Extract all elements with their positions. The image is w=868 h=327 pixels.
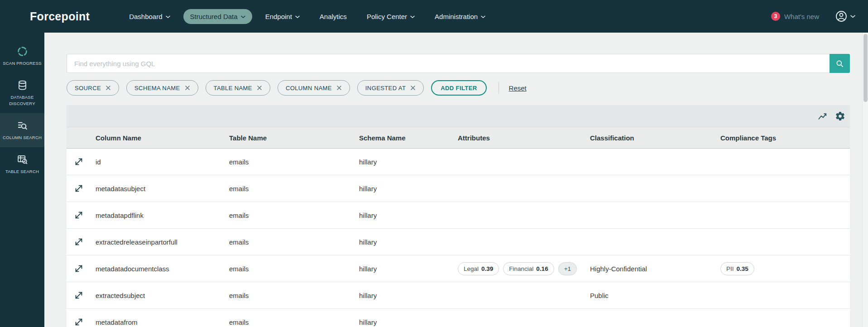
- compliance-tag-chip: PII0.35: [720, 262, 754, 275]
- expand-row-button[interactable]: [74, 210, 84, 220]
- filter-divider: [499, 82, 499, 94]
- expand-row-button[interactable]: [74, 157, 84, 167]
- nav-item-structured-data[interactable]: Structured Data: [183, 9, 252, 24]
- table-row: metadatadocumentclassemailshillaryLegal0…: [67, 255, 850, 282]
- cell-classification: Public: [590, 292, 720, 299]
- remove-filter-icon[interactable]: [185, 85, 190, 91]
- remove-filter-icon[interactable]: [410, 85, 416, 91]
- expand-row-button[interactable]: [74, 290, 84, 300]
- sidebar-item-label: DATABASE DISCOVERY: [2, 94, 43, 106]
- table-search-icon: [17, 154, 28, 165]
- cell-column-name: metadatasubject: [96, 185, 229, 192]
- expand-row-button[interactable]: [74, 317, 84, 327]
- user-account-icon: [835, 10, 848, 23]
- table-row: idemailshillary: [67, 149, 850, 175]
- chevron-down-icon: [481, 15, 485, 19]
- trend-chart-icon[interactable]: [818, 111, 828, 121]
- remove-filter-icon[interactable]: [106, 85, 111, 91]
- filter-chip-label: COLUMN NAME: [286, 85, 332, 91]
- cell-schema-name: hillary: [359, 158, 458, 166]
- whats-new-link[interactable]: What's new: [784, 13, 819, 20]
- column-header-column-name: Column Name: [96, 134, 229, 142]
- sidebar-item-database-discovery[interactable]: DATABASE DISCOVERY: [0, 73, 44, 113]
- cell-table-name: emails: [229, 185, 359, 192]
- sidebar-item-column-search[interactable]: COLUMN SEARCH: [0, 113, 44, 147]
- search-button[interactable]: [830, 54, 850, 73]
- nav-item-policy-center[interactable]: Policy Center: [360, 9, 422, 24]
- more-attributes-chip[interactable]: +1: [558, 262, 577, 275]
- expand-row-button[interactable]: [74, 264, 84, 274]
- database-discovery-icon: [17, 80, 28, 91]
- add-filter-button[interactable]: ADD FILTER: [431, 80, 486, 96]
- cell-classification: Highly-Confidential: [590, 265, 720, 273]
- main-nav: DashboardStructured DataEndpointAnalytic…: [122, 9, 492, 24]
- filter-chip-ingested-at[interactable]: INGESTED AT: [357, 80, 424, 96]
- reset-filters-link[interactable]: Reset: [509, 84, 527, 92]
- filter-chip-schema-name[interactable]: SCHEMA NAME: [126, 80, 198, 96]
- sidebar-item-label: TABLE SEARCH: [5, 168, 39, 174]
- cell-column-name: extractedreleaseinpartorfull: [96, 238, 229, 246]
- nav-item-dashboard[interactable]: Dashboard: [122, 9, 177, 24]
- remove-filter-icon[interactable]: [257, 85, 262, 91]
- cell-schema-name: hillary: [359, 318, 458, 326]
- add-filter-label: ADD FILTER: [441, 85, 477, 91]
- sidebar-item-table-search[interactable]: TABLE SEARCH: [0, 147, 44, 181]
- filter-chip-label: SCHEMA NAME: [134, 85, 180, 91]
- cell-compliance-tags: PII0.35: [720, 262, 850, 275]
- remove-filter-icon[interactable]: [336, 85, 342, 91]
- chevron-down-icon: [850, 15, 855, 18]
- nav-item-label: Analytics: [320, 13, 347, 20]
- cell-column-name: metadatadocumentclass: [96, 265, 229, 273]
- nav-item-endpoint[interactable]: Endpoint: [259, 9, 307, 24]
- cell-column-name: id: [96, 158, 229, 166]
- expand-row-button[interactable]: [74, 183, 84, 193]
- table-header-row: Column NameTable NameSchema NameAttribut…: [67, 127, 850, 149]
- column-header-table-name: Table Name: [229, 134, 359, 142]
- cell-column-name: extractedsubject: [96, 292, 229, 299]
- scrollbar-thumb[interactable]: [863, 34, 868, 102]
- sidebar-item-scan-progress[interactable]: SCAN PROGRESS: [0, 39, 44, 73]
- cell-schema-name: hillary: [359, 238, 458, 246]
- cell-column-name: metadatafrom: [96, 318, 229, 326]
- filter-chip-table-name[interactable]: TABLE NAME: [206, 80, 270, 96]
- filter-row: SOURCESCHEMA NAMETABLE NAMECOLUMN NAMEIN…: [67, 80, 850, 96]
- filter-chip-label: INGESTED AT: [365, 85, 406, 91]
- filter-chips: SOURCESCHEMA NAMETABLE NAMECOLUMN NAMEIN…: [67, 80, 431, 96]
- table-row: metadatapdflinkemailshillary: [67, 202, 850, 229]
- table-row: extractedsubjectemailshillaryPublic: [67, 282, 850, 309]
- chevron-down-icon: [241, 15, 245, 19]
- chevron-down-icon: [410, 15, 415, 19]
- cell-table-name: emails: [229, 292, 359, 299]
- column-header-attributes: Attributes: [458, 134, 590, 142]
- forcepoint-logo[interactable]: Forcepoint: [30, 10, 90, 23]
- nav-item-analytics[interactable]: Analytics: [313, 9, 354, 24]
- attribute-chip: Financial0.16: [503, 262, 554, 275]
- column-search-icon: [17, 120, 28, 131]
- cell-schema-name: hillary: [359, 185, 458, 192]
- cell-column-name: metadatapdflink: [96, 212, 229, 219]
- cell-table-name: emails: [229, 212, 359, 219]
- nav-item-label: Endpoint: [265, 13, 292, 20]
- user-menu[interactable]: [835, 10, 855, 23]
- search-icon: [835, 59, 844, 68]
- vertical-scrollbar[interactable]: [862, 33, 868, 327]
- nav-item-administration[interactable]: Administration: [428, 9, 492, 24]
- table-settings-gear-icon[interactable]: [835, 111, 845, 121]
- nav-item-label: Structured Data: [190, 13, 238, 20]
- expand-row-button[interactable]: [74, 237, 84, 247]
- filter-chip-column-name[interactable]: COLUMN NAME: [278, 80, 350, 96]
- navbar-right: 3 What's new: [771, 10, 855, 23]
- filter-chip-label: TABLE NAME: [214, 85, 252, 91]
- nav-item-label: Administration: [435, 13, 478, 20]
- table-row: metadatasubjectemailshillary: [67, 175, 850, 202]
- results-table: Column NameTable NameSchema NameAttribut…: [67, 105, 850, 327]
- notification-badge[interactable]: 3: [771, 12, 780, 21]
- search-input[interactable]: [67, 54, 830, 73]
- column-header-compliance-tags: Compliance Tags: [720, 134, 850, 142]
- cell-schema-name: hillary: [359, 265, 458, 273]
- column-header-schema-name: Schema Name: [359, 134, 458, 142]
- filter-chip-source[interactable]: SOURCE: [67, 80, 119, 96]
- table-row: metadatafromemailshillary: [67, 309, 850, 327]
- attribute-chip: Legal0.39: [458, 262, 499, 275]
- cell-table-name: emails: [229, 238, 359, 246]
